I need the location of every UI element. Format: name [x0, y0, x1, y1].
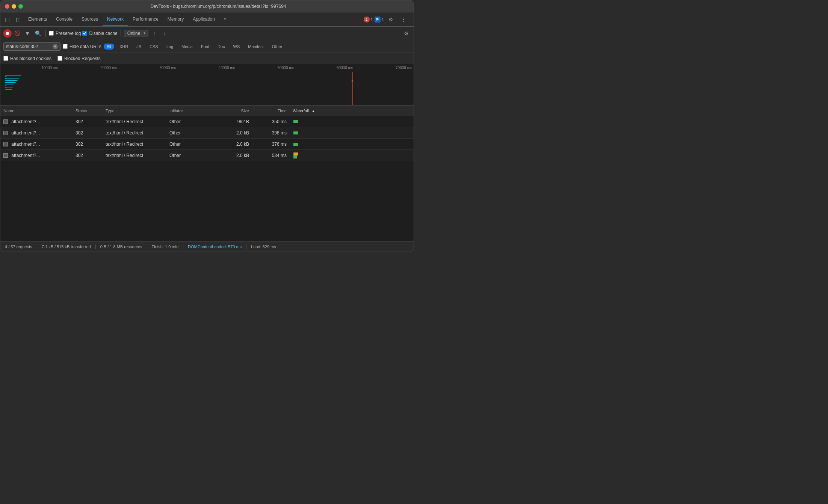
filter-type-font[interactable]: Font [198, 44, 212, 50]
filter-type-ws[interactable]: WS [230, 44, 243, 50]
error-count: 1 [364, 17, 370, 23]
cursor-icon[interactable]: ⬚ [2, 12, 13, 26]
separator-2 [121, 30, 121, 37]
tab-console[interactable]: Console [51, 12, 77, 26]
tab-application[interactable]: Application [188, 12, 219, 26]
cell-size-4: 2.0 kB [215, 153, 252, 158]
tab-elements[interactable]: Elements [24, 12, 51, 26]
minimize-button[interactable] [12, 4, 16, 9]
close-button[interactable] [5, 4, 9, 9]
has-blocked-cookies-checkbox[interactable] [3, 56, 8, 61]
timeline-label-4: 40000 ms [177, 66, 236, 70]
col-header-name[interactable]: Name [0, 109, 76, 113]
blocked-requests-checkbox[interactable] [57, 56, 62, 61]
file-icon-2 [3, 131, 8, 135]
timeline-label-5: 50000 ms [237, 66, 296, 70]
tab-performance[interactable]: Performance [128, 12, 163, 26]
col-header-type[interactable]: Type [106, 109, 169, 113]
cell-type-1: text/html / Redirect [106, 119, 169, 124]
cell-name-3: attachment?... [0, 142, 76, 147]
cell-type-3: text/html / Redirect [106, 142, 169, 147]
cell-time-3: 376 ms [252, 142, 290, 147]
timeline-svg [0, 72, 414, 105]
svg-rect-9 [6, 85, 14, 85]
cell-waterfall-4 [290, 152, 414, 158]
blocked-requests-label[interactable]: Blocked Requests [57, 56, 101, 61]
filter-icon[interactable]: ▼ [23, 29, 32, 38]
cell-initiator-3: Other [169, 142, 215, 147]
col-header-time[interactable]: Time [252, 109, 290, 113]
tab-group: ⬚ ◱ Elements Console Sources Network Per… [2, 12, 361, 26]
timeline-label-3: 30000 ms [118, 66, 177, 70]
filter-type-media[interactable]: Media [178, 44, 196, 50]
more-options-icon[interactable]: ⋮ [398, 17, 409, 23]
maximize-button[interactable] [18, 4, 23, 9]
timeline-label-6: 60000 ms [296, 66, 355, 70]
tab-more[interactable]: » [219, 12, 231, 26]
filter-type-css[interactable]: CSS [147, 44, 161, 50]
table-row[interactable]: attachment?... 302 text/html / Redirect … [0, 127, 414, 139]
file-icon-3 [3, 142, 8, 146]
tab-sources[interactable]: Sources [77, 12, 103, 26]
cell-name-1: attachment?... [0, 119, 76, 124]
svg-rect-11 [6, 87, 13, 88]
settings-icon[interactable]: ⚙ [385, 17, 396, 23]
hide-data-urls-label[interactable]: Hide data URLs [63, 44, 101, 49]
filter-type-img[interactable]: Img [163, 44, 176, 50]
svg-rect-1 [6, 75, 21, 76]
table-row[interactable]: attachment?... 302 text/html / Redirect … [0, 139, 414, 150]
preserve-log-label[interactable]: Preserve log [49, 31, 81, 36]
disable-cache-checkbox[interactable] [82, 31, 87, 36]
network-toolbar: ⏺ 🚫 ▼ 🔍 Preserve log Disable cache Onlin… [0, 27, 414, 40]
title-bar: DevTools - bugs.chromium.org/p/chromium/… [0, 0, 414, 12]
tab-memory[interactable]: Memory [163, 12, 188, 26]
timeline-label-7: 70000 ms [355, 66, 414, 70]
hide-data-urls-checkbox[interactable] [63, 44, 68, 49]
mobile-icon[interactable]: ◱ [13, 12, 24, 26]
filter-type-doc[interactable]: Doc [215, 44, 228, 50]
warning-count: ⚑ [375, 17, 381, 23]
table-row[interactable]: attachment?... 302 text/html / Redirect … [0, 150, 414, 161]
filter-type-xhr[interactable]: XHR [116, 44, 131, 50]
disable-cache-label[interactable]: Disable cache [82, 31, 117, 36]
cell-status-4: 302 [76, 153, 106, 158]
filter-type-js[interactable]: JS [133, 44, 144, 50]
file-icon-4 [3, 153, 8, 158]
filter-clear-button[interactable]: ✕ [53, 44, 58, 49]
timeline-label-1: 10000 ms [0, 66, 59, 70]
preserve-log-checkbox[interactable] [49, 31, 54, 36]
svg-rect-5 [6, 80, 17, 81]
filter-input[interactable] [6, 44, 51, 49]
filter-type-all[interactable]: All [104, 44, 114, 50]
download-icon[interactable]: ↓ [160, 29, 169, 38]
network-settings-icon[interactable]: ⚙ [402, 29, 411, 38]
col-header-status[interactable]: Status [76, 109, 106, 113]
filter-type-manifest[interactable]: Manifest [245, 44, 267, 50]
table-header: Name Status Type Initiator Size Time Wat… [0, 106, 414, 116]
tab-network[interactable]: Network [103, 12, 128, 26]
has-blocked-cookies-label[interactable]: Has blocked cookies [3, 56, 51, 61]
finish-time: Finish: 1.0 min [147, 244, 184, 249]
cell-name-4: attachment?... [0, 153, 76, 158]
transferred-size: 7.1 kB / 515 kB transferred [37, 244, 96, 249]
col-header-initiator[interactable]: Initiator [169, 109, 215, 113]
filter-type-other[interactable]: Other [269, 44, 286, 50]
col-header-waterfall[interactable]: Waterfall ▲ [290, 109, 414, 113]
window-title: DevTools - bugs.chromium.org/p/chromium/… [27, 4, 409, 9]
filter-input-wrapper: ✕ [3, 42, 60, 51]
waterfall-timeline: 10000 ms 20000 ms 30000 ms 40000 ms 5000… [0, 64, 414, 106]
stop-button[interactable]: 🚫 [13, 29, 21, 38]
cell-size-1: 962 B [215, 119, 252, 124]
search-icon[interactable]: 🔍 [33, 29, 42, 38]
status-bar: 4 / 57 requests 7.1 kB / 515 kB transfer… [0, 241, 414, 252]
col-header-size[interactable]: Size [215, 109, 252, 113]
throttle-select[interactable]: Online [124, 30, 148, 37]
warning-badge: ⚑ 1 [375, 17, 384, 23]
svg-rect-3 [6, 78, 19, 78]
cell-type-4: text/html / Redirect [106, 153, 169, 158]
upload-icon[interactable]: ↑ [150, 29, 159, 38]
network-table[interactable]: attachment?... 302 text/html / Redirect … [0, 116, 414, 241]
record-button[interactable]: ⏺ [3, 29, 12, 38]
cell-waterfall-1 [290, 119, 414, 125]
table-row[interactable]: attachment?... 302 text/html / Redirect … [0, 116, 414, 127]
